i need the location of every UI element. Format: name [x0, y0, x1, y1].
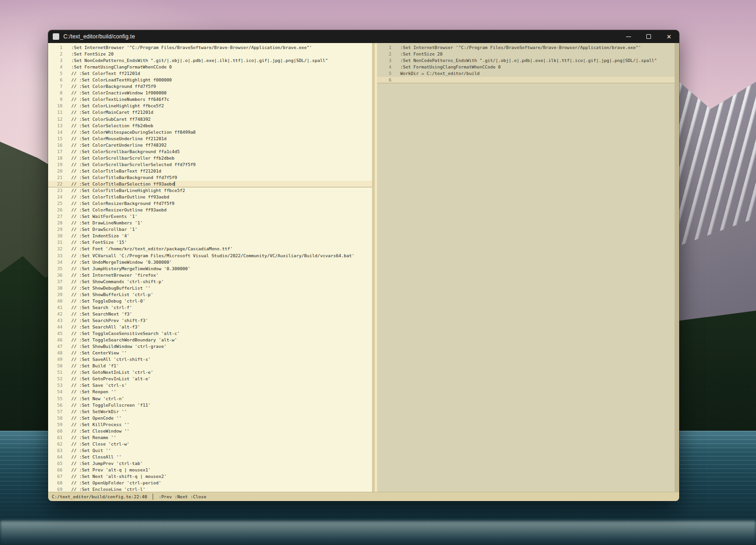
left-pane-scrollbar-thumb[interactable]	[375, 43, 377, 492]
code-line[interactable]: 43// :Set SearchPrev 'shift-f3'	[48, 317, 372, 324]
code-line[interactable]: 21// :Set ColorTitleBarBackground ffd7f5…	[48, 174, 372, 181]
code-line[interactable]: 51// :Set GotoNextInList 'ctrl-e'	[48, 369, 372, 376]
code-line[interactable]: 56// :Set ToggleFullscreen 'f11'	[48, 402, 372, 409]
code-line[interactable]: 38// :Set ShowDebugBufferList ''	[48, 285, 372, 291]
line-number: 25	[48, 200, 62, 207]
code-line[interactable]: 67// :Set Next 'alt-shift-q | mousex2'	[48, 473, 372, 480]
code-line[interactable]: 62// :Set Close 'ctrl-w'	[48, 441, 372, 447]
code-line[interactable]: 6	[377, 77, 675, 83]
code-line[interactable]: 5// :Set ColorText ff21201d	[48, 70, 372, 77]
line-text: // :Set Reopen ''	[71, 389, 116, 394]
code-line[interactable]: 2:Set FontSize 20	[48, 51, 372, 57]
code-line[interactable]: 41// :Set Search 'ctrl-f'	[48, 304, 372, 311]
code-line[interactable]: 28// :Set DrawLineNumbers '1'	[48, 220, 372, 226]
code-line[interactable]: 1:Set InternetBrowser '"C:/Program Files…	[48, 44, 372, 51]
code-line[interactable]: 46// :Set ToggleSearchWordBoundary 'alt-…	[48, 337, 372, 343]
code-line[interactable]: 64// :Set CloseAll ''	[48, 454, 372, 460]
code-line[interactable]: 63// :Set Quit ''	[48, 447, 372, 454]
code-line[interactable]: 7// :Set ColorBackground ffd7f5f9	[48, 83, 372, 90]
editor-pane-inactive[interactable]: 1:Set InternetBrowser '"C:/Program Files…	[377, 43, 675, 492]
code-line[interactable]: 10// :Set ColorLineHighlight ffbce5f2	[48, 103, 372, 109]
line-text: // :Set GotoNextInList 'ctrl-e'	[71, 370, 153, 375]
code-line[interactable]: 14// :Set ColorWhitespaceDuringSelection…	[48, 129, 372, 136]
code-line[interactable]: 4:Set FormatUsingClangFormatWhenCCode 0	[48, 64, 372, 70]
window-title: C:/text_editor/build/config.te	[63, 33, 135, 40]
code-line[interactable]: 13// :Set ColorSelection ffb2dbeb	[48, 123, 372, 129]
code-line[interactable]: 6// :Set ColorLoadTextHighlight f000000	[48, 77, 372, 83]
code-line[interactable]: 59// :Set KillProcess ''	[48, 421, 372, 428]
code-line[interactable]: 8// :Set ColorInactiveWindow 1f000000	[48, 90, 372, 96]
code-line[interactable]: 12// :Set ColorSubCaret ff748392	[48, 116, 372, 123]
editor-pane-active[interactable]: 1:Set InternetBrowser '"C:/Program Files…	[48, 43, 372, 492]
line-text: // :Set ToggleCaseSensitiveSearch 'alt-c…	[71, 331, 180, 336]
app-icon	[53, 33, 59, 40]
code-line[interactable]: 44// :Set SearchAll 'alt-f3'	[48, 324, 372, 330]
line-number: 53	[48, 382, 62, 389]
code-line[interactable]: 49// :Set SaveAll 'ctrl-shift-s'	[48, 356, 372, 363]
code-line[interactable]: 36// :Set InternetBrowser 'firefox'	[48, 272, 372, 279]
window-controls: ✕	[618, 30, 679, 43]
line-number: 47	[48, 343, 62, 350]
code-line[interactable]: 53// :Set Save 'ctrl-s'	[48, 382, 372, 389]
code-line[interactable]: 1:Set InternetBrowser '"C:/Program Files…	[377, 44, 675, 51]
code-line[interactable]: 35// :Set JumpHistoryMergeTimeWindow '0.…	[48, 266, 372, 272]
right-pane-scrollbar[interactable]	[675, 43, 679, 492]
line-number: 4	[48, 64, 62, 70]
left-pane-scrollbar[interactable]	[372, 43, 377, 492]
code-line[interactable]: 47// :Set ShowBuildWindow 'ctrl-grave'	[48, 343, 372, 350]
minimize-button[interactable]	[618, 30, 638, 43]
code-line[interactable]: 18// :Set ColorScrollbarScroller ffb2dbe…	[48, 155, 372, 161]
code-line[interactable]: 3:Set NonCodePatterns_EndsWith ".git/|.o…	[377, 57, 675, 64]
title-bar[interactable]: C:/text_editor/build/config.te ✕	[48, 30, 679, 43]
code-line[interactable]: 66// :Set Prev 'alt-q | mousex1'	[48, 467, 372, 473]
status-commands[interactable]: :Prev :Next :Close	[159, 494, 206, 499]
code-line[interactable]: 26// :Set ColorResizerOutline ff93aebd	[48, 207, 372, 213]
code-line[interactable]: 65// :Set JumpPrev 'ctrl-tab'	[48, 460, 372, 467]
code-line[interactable]: 20// :Set ColorTitleBarText ff21201d	[48, 168, 372, 174]
code-line[interactable]: 23// :Set ColorTitleBarLineHighlight ffb…	[48, 187, 372, 194]
code-line[interactable]: 17// :Set ColorScrollbarBackground ffa1c…	[48, 149, 372, 155]
code-line[interactable]: 29// :Set DrawScrollbar '1'	[48, 226, 372, 233]
code-line[interactable]: 32// :Set Font '/home/krz/text_editor/pa…	[48, 246, 372, 252]
code-line[interactable]: 48// :Set CenterView ''	[48, 350, 372, 356]
code-line[interactable]: 68// :Set OpenUpFolder 'ctrl-period'	[48, 480, 372, 486]
code-line[interactable]: 11// :Set ColorMainCaret ff21201d	[48, 109, 372, 116]
code-line[interactable]: 40// :Set ToggleDebug 'ctrl-0'	[48, 298, 372, 304]
code-line[interactable]: 57// :Set SetWorkDir ''	[48, 409, 372, 415]
code-line[interactable]: 4:Set FormatUsingClangFormatWhenCCode 0	[377, 64, 675, 70]
line-text: // :Set ColorResizerOutline ff93aebd	[71, 207, 167, 212]
code-line[interactable]: 52// :Set GotoPrevInList 'alt-e'	[48, 376, 372, 382]
code-line[interactable]: 55// :Set New 'ctrl-n'	[48, 396, 372, 402]
close-button[interactable]: ✕	[659, 30, 679, 43]
code-line[interactable]: 27// :Set WaitForEvents '1'	[48, 213, 372, 220]
code-line[interactable]: 33// :Set VCVarsall 'C:/Program Files/Mi…	[48, 253, 372, 259]
code-line[interactable]: 2:Set FontSize 20	[377, 51, 675, 57]
maximize-button[interactable]	[638, 30, 659, 43]
code-line[interactable]: 50// :Set Build 'f1'	[48, 363, 372, 369]
code-line[interactable]: 24// :Set ColorTitleBarOutline ff93aebd	[48, 194, 372, 200]
code-line[interactable]: 58// :Set OpenCode ''	[48, 415, 372, 421]
code-line[interactable]: 37// :Set ShowCommands 'ctrl-shift-p'	[48, 279, 372, 285]
code-line[interactable]: 19// :Set ColorScrollbarScrollerSelected…	[48, 161, 372, 168]
code-line[interactable]: 22// :Set ColorTitleBarSelection ff93aeb…	[48, 181, 372, 187]
code-line[interactable]: 3:Set NonCodePatterns_EndsWith ".git/|.o…	[48, 57, 372, 64]
line-number: 2	[48, 51, 62, 57]
code-line[interactable]: 69// :Set EncloseLine 'ctrl-l'	[48, 486, 372, 492]
code-line[interactable]: 16// :Set ColorCaretUnderline ff748392	[48, 142, 372, 149]
line-number: 51	[48, 369, 62, 376]
code-line[interactable]: 5WorkDir = C:/text_editor/build	[377, 70, 675, 77]
line-number: 54	[48, 389, 62, 395]
code-line[interactable]: 54// :Set Reopen ''	[48, 389, 372, 395]
code-line[interactable]: 45// :Set ToggleCaseSensitiveSearch 'alt…	[48, 330, 372, 337]
code-line[interactable]: 9// :Set ColorTextLineNumbers ff646f7c	[48, 96, 372, 103]
code-line[interactable]: 31// :Set FontSize '15'	[48, 239, 372, 246]
code-line[interactable]: 30// :Set IndentSize '4'	[48, 233, 372, 239]
code-line[interactable]: 25// :Set ColorResizerBackground ffd7f5f…	[48, 200, 372, 207]
code-line[interactable]: 15// :Set ColorMouseUnderline ff21201d	[48, 136, 372, 142]
code-line[interactable]: 42// :Set SearchNext 'f3'	[48, 311, 372, 317]
code-line[interactable]: 61// :Set Rename ''	[48, 434, 372, 441]
code-line[interactable]: 34// :Set UndoMergeTimeWindow '0.300000'	[48, 259, 372, 266]
line-number: 34	[48, 259, 62, 266]
code-line[interactable]: 39// :Set ShowBufferList 'ctrl-p'	[48, 291, 372, 298]
code-line[interactable]: 60// :Set CloseWindow ''	[48, 428, 372, 434]
